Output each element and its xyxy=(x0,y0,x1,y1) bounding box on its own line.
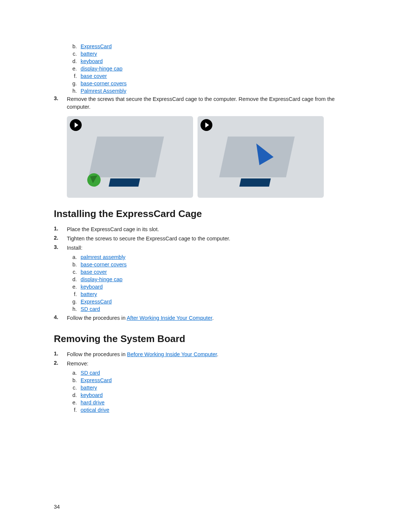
instruction-images xyxy=(67,116,347,198)
expresscard-link[interactable]: ExpressCard xyxy=(81,377,112,383)
display-hinge-cap-link[interactable]: display-hinge cap xyxy=(81,276,123,282)
palmrest-assembly-link[interactable]: Palmrest Assembly xyxy=(81,88,126,94)
list-item: ExpressCard xyxy=(78,298,347,305)
step-1: 1. Place the ExpressCard cage in its slo… xyxy=(54,225,347,234)
base-cover-link[interactable]: base cover xyxy=(81,269,107,275)
step-4: 4. Follow the procedures in After Workin… xyxy=(54,313,347,323)
step-text: Place the ExpressCard cage in its slot. xyxy=(67,226,159,232)
step-text: Tighten the screws to secure the Express… xyxy=(67,236,230,242)
step-3: 3. Install: palmrest assembly base-corne… xyxy=(54,243,347,313)
list-item: display-hinge cap xyxy=(78,276,347,283)
removing-system-board-heading: Removing the System Board xyxy=(54,333,347,345)
step-1: 1. Follow the procedures in Before Worki… xyxy=(54,350,347,359)
list-item: keyboard xyxy=(78,391,347,399)
list-item: base-corner covers xyxy=(78,261,347,268)
list-item: base-corner covers xyxy=(78,80,347,87)
list-item: battery xyxy=(78,384,347,391)
install-sublist: palmrest assembly base-corner covers bas… xyxy=(67,253,347,313)
sd-card-link[interactable]: SD card xyxy=(81,370,100,376)
image-2 xyxy=(198,116,324,198)
expresscard-link[interactable]: ExpressCard xyxy=(81,43,112,49)
step-2: 2. Tighten the screws to secure the Expr… xyxy=(54,234,347,243)
battery-link[interactable]: battery xyxy=(81,51,97,57)
list-item: optical drive xyxy=(78,406,347,414)
play-icon[interactable] xyxy=(200,119,212,131)
list-item: ExpressCard xyxy=(78,377,347,384)
step-number: 2. xyxy=(54,360,58,366)
keyboard-link[interactable]: keyboard xyxy=(81,58,103,64)
page-number: 34 xyxy=(54,504,60,510)
list-item: SD card xyxy=(78,369,347,377)
image-1 xyxy=(67,116,193,198)
step-number: 3. xyxy=(54,95,58,101)
list-item: battery xyxy=(78,50,347,58)
palmrest-assembly-link[interactable]: palmrest assembly xyxy=(81,254,125,260)
step-text: Follow the procedures in After Working I… xyxy=(67,315,213,321)
list-item: base cover xyxy=(78,268,347,276)
step-number: 2. xyxy=(54,235,58,241)
step-number: 1. xyxy=(54,226,58,231)
list-item: Palmrest Assembly xyxy=(78,87,347,95)
keyboard-link[interactable]: keyboard xyxy=(81,392,103,398)
step-3: 3. Remove the screws that secure the Exp… xyxy=(54,95,347,112)
list-item: battery xyxy=(78,290,347,298)
expresscard-link[interactable]: ExpressCard xyxy=(81,299,112,305)
list-item: SD card xyxy=(78,305,347,313)
list-item: base cover xyxy=(78,72,347,80)
installing-heading: Installing the ExpressCard Cage xyxy=(54,208,347,220)
step-2: 2. Remove: SD card ExpressCard battery k… xyxy=(54,359,347,414)
remove-steps-continued: 3. Remove the screws that secure the Exp… xyxy=(54,95,347,112)
list-item: palmrest assembly xyxy=(78,253,347,261)
hard-drive-link[interactable]: hard drive xyxy=(81,400,104,405)
remove-sublist: SD card ExpressCard battery keyboard har… xyxy=(67,369,347,414)
play-icon[interactable] xyxy=(70,119,82,131)
list-item: ExpressCard xyxy=(78,43,347,50)
step-text: Remove: xyxy=(67,361,88,367)
step-text: Install: xyxy=(67,245,82,251)
step-text: Follow the procedures in Before Working … xyxy=(67,351,218,357)
sd-card-link[interactable]: SD card xyxy=(81,306,100,312)
list-item: keyboard xyxy=(78,58,347,65)
list-item: hard drive xyxy=(78,399,347,406)
step-number: 3. xyxy=(54,244,58,250)
battery-link[interactable]: battery xyxy=(81,385,97,391)
after-working-link[interactable]: After Working Inside Your Computer xyxy=(127,315,212,321)
step-number: 4. xyxy=(54,314,58,320)
remove-sublist-continued: ExpressCard battery keyboard display-hin… xyxy=(54,43,347,95)
remove-system-board-steps: 1. Follow the procedures in Before Worki… xyxy=(54,350,347,414)
base-corner-covers-link[interactable]: base-corner covers xyxy=(81,81,127,86)
step-text: Remove the screws that secure the Expres… xyxy=(67,96,335,110)
keyboard-link[interactable]: keyboard xyxy=(81,284,103,290)
install-steps: 1. Place the ExpressCard cage in its slo… xyxy=(54,225,347,323)
base-cover-link[interactable]: base cover xyxy=(81,73,107,79)
display-hinge-cap-link[interactable]: display-hinge cap xyxy=(81,66,123,72)
base-corner-covers-link[interactable]: base-corner covers xyxy=(81,262,127,267)
list-item: display-hinge cap xyxy=(78,65,347,72)
list-item: keyboard xyxy=(78,283,347,290)
optical-drive-link[interactable]: optical drive xyxy=(81,407,109,413)
battery-link[interactable]: battery xyxy=(81,291,97,297)
before-working-link[interactable]: Before Working Inside Your Computer xyxy=(127,351,217,357)
step-number: 1. xyxy=(54,351,58,357)
